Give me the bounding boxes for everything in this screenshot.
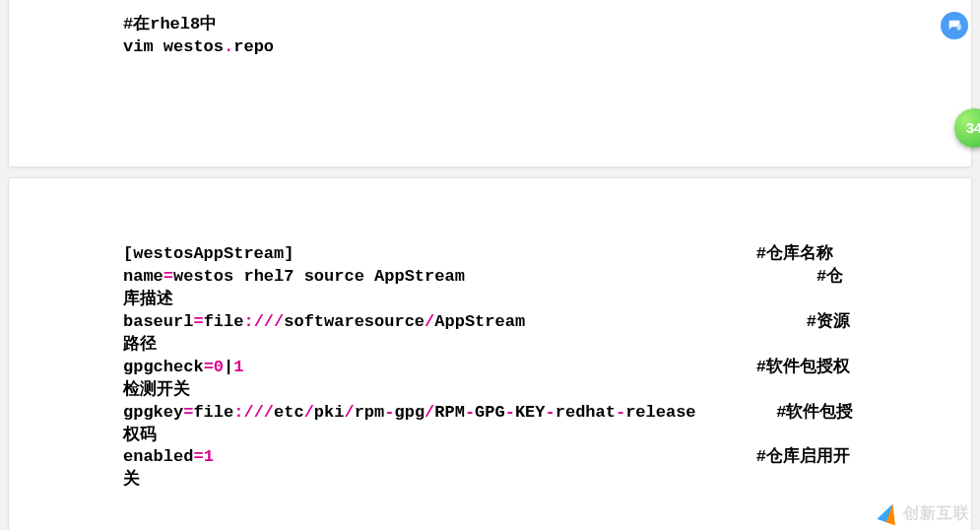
slash: / [425,403,434,422]
pad [243,358,755,376]
val: softwaresource [284,312,425,331]
footer-logo: 创新互联 [880,502,970,524]
val: 1 [233,358,243,376]
pad [525,312,807,331]
pad [696,403,777,422]
slash: / [425,312,434,331]
dash: - [465,403,475,422]
logo-text: 创新互联 [903,502,970,524]
pad [465,267,817,286]
slash: / [254,312,264,331]
val: KEY [515,403,546,422]
slash: / [243,403,253,422]
val: RPM [434,403,465,422]
slash: / [344,403,354,422]
pad [214,447,756,466]
colon: : [233,403,243,422]
val: 0 [214,358,224,376]
dash: - [505,403,515,422]
val: pki [314,403,345,422]
val: file [193,403,233,422]
logo-mark-icon [880,503,899,523]
key: gpgcheck [123,358,204,376]
slash: / [274,312,284,331]
slash: / [254,403,264,422]
comment: #仓库名称 [756,244,833,263]
eq: = [183,403,193,422]
key: name [123,267,163,286]
code-block-bottom: [westosAppStream] #仓库名称 name=westos rhel… [8,177,972,530]
chat-icon[interactable] [941,12,968,39]
val: redhat [555,403,616,422]
eq: = [204,358,214,376]
code-text-top: #在rhel8中 vim westos.repo [123,14,858,59]
pipe: | [224,358,233,376]
key: baseurl [123,312,193,331]
slash: / [264,312,274,331]
eq: = [193,447,203,466]
val: GPG [475,403,505,422]
txt: repo [233,37,274,56]
val: file [204,312,244,331]
eq: = [163,267,173,286]
slash: / [264,403,274,422]
val: AppStream [434,312,525,331]
side-score-text: 34 [966,118,980,138]
dash: - [384,403,394,422]
code-block-top: #在rhel8中 vim westos.repo [8,0,972,167]
dot: . [224,37,233,56]
code-text-bottom: [westosAppStream] #仓库名称 name=westos rhel… [123,243,858,492]
slash: / [304,403,314,422]
val: 1 [204,447,214,466]
section-header: [westosAppStream] [123,244,294,263]
txt: vim westos [123,37,224,56]
dash: - [616,403,625,422]
val: release [625,403,695,422]
val: rpm [355,403,385,422]
val: etc [274,403,304,422]
pad [294,244,755,263]
key: enabled [123,447,193,466]
key: gpgkey [123,403,183,422]
colon: : [243,312,253,331]
val: westos rhel7 source AppStream [173,267,465,286]
eq: = [193,312,203,331]
val: gpg [394,403,425,422]
comment-rhel8: #在rhel8中 [123,15,217,33]
dash: - [546,403,555,422]
